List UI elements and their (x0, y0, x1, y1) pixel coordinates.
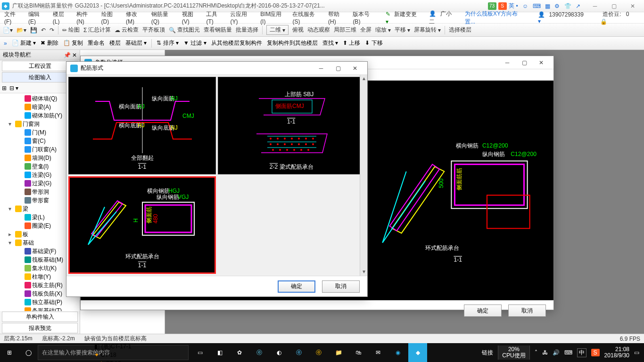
outer-ok-button[interactable]: 确定 (464, 304, 502, 317)
new-change-button[interactable]: ✎ 新建变更 ▾ (383, 9, 426, 26)
tb2-down[interactable]: ⬇ 下移 (365, 39, 382, 47)
dlg-close-button[interactable]: ✕ (347, 63, 363, 74)
tb-rotate[interactable]: 屏幕旋转 ▾ (414, 26, 441, 34)
inner-cancel-button[interactable]: 取消 (322, 280, 360, 293)
tb-top[interactable]: 俯视 (292, 26, 304, 34)
tip-link[interactable]: 为什么筏板XY方向布置... (462, 9, 530, 27)
tb-save[interactable]: 💾 (30, 27, 37, 33)
tab-report[interactable]: 报表预览 (2, 323, 78, 333)
menu-help[interactable]: 帮助(H) (326, 9, 349, 26)
tree-node[interactable]: 条形基础(T) (0, 306, 80, 311)
dlg-min-button[interactable]: ─ (499, 57, 516, 68)
tb-open[interactable]: 📂▾ (17, 27, 26, 33)
dlg-close-button[interactable]: ✕ (533, 57, 550, 68)
tb2-base[interactable]: 基础层 ▾ (125, 39, 147, 47)
explorer-icon[interactable]: 📁 (329, 343, 348, 362)
app-icon[interactable]: ◐ (270, 343, 289, 362)
notifications-icon[interactable]: ▭ (634, 349, 639, 356)
app-icon[interactable]: ◧ (210, 343, 229, 362)
pin-icon[interactable]: 📌 ✕ (64, 52, 77, 58)
tb-orbit[interactable]: 动态观察 (307, 26, 330, 34)
tray-kb-icon[interactable]: ⌨ (564, 349, 572, 356)
tb-local3d[interactable]: 局部三维 (334, 26, 356, 34)
preview-canvas[interactable]: 横向钢筋 C12@200 纵向钢筋 C12@200 侧面筋筋 500 环式配筋承… (363, 81, 553, 300)
menu-file[interactable]: 文件(F) (2, 9, 25, 26)
tb2-sort[interactable]: ⇅ 排序 ▾ (157, 39, 179, 47)
app-icon[interactable]: ◉ (388, 343, 407, 362)
tb2-copyto[interactable]: 复制构件到其他楼层 (267, 39, 318, 47)
menu-edit[interactable]: 编辑(E) (26, 9, 50, 26)
dlg-max-button[interactable]: ▢ (330, 63, 347, 74)
menu-bim[interactable]: BIM应用(I) (258, 9, 289, 26)
mail-icon[interactable]: ✉ (369, 343, 388, 362)
tray-sogou[interactable]: S (591, 349, 600, 356)
taskbar-clock[interactable]: 21:082018/9/30 (604, 346, 629, 359)
scrollbar[interactable]: ▴ ▾ (360, 75, 367, 276)
ggj-icon[interactable]: ◆ (408, 343, 427, 362)
tb-sum[interactable]: Σ 汇总计算 (83, 26, 111, 34)
user-badge[interactable]: 👤 广小二 (427, 9, 462, 27)
tb-draw[interactable]: ✏ 绘图 (62, 26, 80, 34)
tb-selfloor[interactable]: 选择楼层 (449, 26, 471, 34)
tray-ime[interactable]: 中 (577, 348, 586, 357)
tb2-copyfrom[interactable]: 从其他楼层复制构件 (211, 39, 262, 47)
tb-new[interactable]: 📄▾ (3, 27, 13, 33)
inner-ok-button[interactable]: 确定 (278, 280, 315, 293)
tb-2d[interactable]: 二维 ▾ (266, 25, 289, 35)
phone-label[interactable]: 👤 13907298339 ▾ (536, 10, 592, 25)
tb-flat[interactable]: 平齐板顶 (142, 26, 165, 34)
menu-online[interactable]: 在线服务(S) (290, 9, 325, 26)
net-status[interactable]: 链接 (482, 349, 493, 357)
ie-icon-2[interactable]: ⓔ (309, 343, 328, 362)
tb2-rename[interactable]: 重命名 (88, 39, 105, 47)
dlg-max-button[interactable]: ▢ (516, 57, 533, 68)
menu-tool[interactable]: 工具(T) (204, 9, 227, 26)
tb2-find[interactable]: 查找 ▾ (322, 39, 338, 47)
tb2-up[interactable]: ⬆ 上移 (343, 39, 360, 47)
tray-net-icon[interactable]: 🖧 (542, 349, 548, 356)
menu-view[interactable]: 视图(V) (180, 9, 203, 26)
tb-cloudcheck[interactable]: ☁ 云检查 (115, 26, 139, 34)
tray-up-icon[interactable]: ˄ (535, 349, 537, 356)
tb-undo[interactable]: ↶ (41, 27, 46, 33)
tray-vol-icon[interactable]: 🔊 (553, 349, 560, 356)
task-view-icon[interactable]: ▭ (190, 343, 209, 362)
edge-icon[interactable]: ⓔ (289, 343, 308, 362)
menu-version[interactable]: 版本号(B) (350, 9, 380, 26)
tree-collapse-icon[interactable]: ⊟ ▾ (9, 85, 18, 91)
tb-viewrebar[interactable]: 查看钢筋量 (204, 26, 232, 34)
menu-component[interactable]: 构件(N) (74, 9, 98, 26)
tb-redo[interactable]: ↷ (50, 27, 54, 33)
cortana-icon[interactable]: ◯ (19, 349, 38, 356)
start-button[interactable]: ⊞ (0, 343, 19, 362)
outer-cancel-button[interactable]: 取消 (508, 304, 546, 317)
thumb-option-1[interactable]: 横向面筋HJ 纵向面筋NJ 横向底筋HJ 纵向底筋NJ CMJ 全部翻起1-1 (68, 77, 216, 174)
tb-zoom[interactable]: 缩放 ▾ (375, 26, 391, 34)
tb-find[interactable]: 🔍 查找图元 (169, 26, 200, 34)
svg-point-36 (312, 138, 314, 140)
dlg-min-button[interactable]: ─ (313, 63, 330, 74)
menu-floor[interactable]: 楼层(L) (50, 9, 73, 26)
tab-single-input[interactable]: 单构件输入 (2, 312, 78, 322)
menu-rebar[interactable]: 钢筋量(Q) (149, 9, 179, 26)
tree-node[interactable]: 独立基础(P) (0, 298, 80, 306)
menu-cloud[interactable]: 云应用(Y) (228, 9, 257, 26)
ie-icon[interactable]: ⓔ (250, 343, 269, 362)
tb-batchsel[interactable]: 批量选择 (236, 26, 258, 34)
tb2-copy[interactable]: 📋 复制 (63, 39, 83, 47)
thumb-option-2[interactable]: 侧面筋CMJ 上部筋 SBJ 1-1 2-2 梁式配筋承台 (218, 77, 365, 174)
tree-expand-icon[interactable]: ⊞ (2, 85, 7, 91)
cpu-meter[interactable]: 20%CPU使用 (498, 346, 529, 360)
store-icon[interactable]: 🛍 (349, 343, 368, 362)
tb2-new[interactable]: 📄 新建 ▾ (12, 39, 36, 47)
tb2-del[interactable]: ✖ 删除 (41, 39, 58, 47)
tb2-floor[interactable]: 楼层 (109, 39, 121, 47)
tb-full[interactable]: 全屏 (360, 26, 372, 34)
tb2-filter[interactable]: ▼ 过滤 ▾ (183, 39, 206, 47)
tb2-arrow[interactable]: » (4, 40, 7, 47)
menu-draw[interactable]: 绘图(D) (99, 9, 123, 26)
thumb-option-3[interactable]: 横向钢筋HGJ 纵向钢筋VGJ 侧面筋 480 H 环式配筋承台1-1 (68, 176, 216, 274)
app-icon[interactable]: ✿ (230, 343, 249, 362)
menu-modify[interactable]: 修改(M) (124, 9, 148, 26)
tb-pan[interactable]: 平移 ▾ (395, 26, 410, 34)
